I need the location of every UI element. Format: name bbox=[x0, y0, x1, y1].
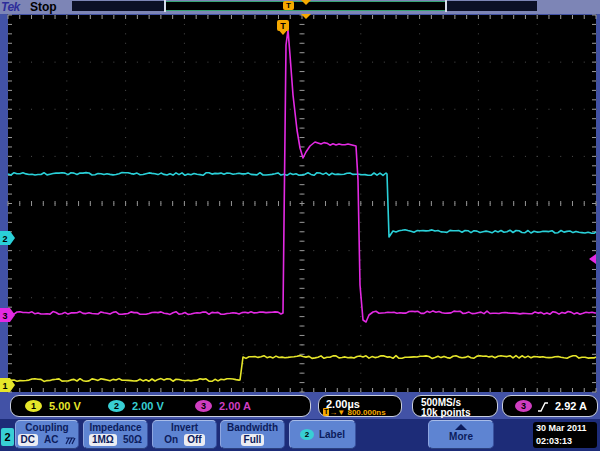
horizontal-readout-box: 2.00µs T→▼ 800.000ns bbox=[318, 395, 402, 417]
ch1-readout: 1 5.00 V bbox=[25, 400, 81, 412]
trigger-delay-readout: T→▼ 800.000ns bbox=[323, 408, 386, 417]
svg-text:2: 2 bbox=[2, 234, 7, 244]
trigger-source-badge: 3 bbox=[515, 400, 532, 412]
bandwidth-full-option[interactable]: Full bbox=[241, 434, 265, 446]
invert-button[interactable]: Invert On Off bbox=[152, 420, 217, 449]
ch1-scale: 5.00 V bbox=[49, 400, 81, 412]
svg-text:T: T bbox=[280, 21, 286, 31]
impedance-50ohm-option[interactable]: 50Ω bbox=[123, 434, 142, 446]
active-channel-indicator: 2 bbox=[1, 428, 14, 446]
record-window-left-bracket bbox=[164, 0, 166, 12]
time-value: 02:03:13 bbox=[536, 435, 597, 448]
svg-text:3: 3 bbox=[2, 311, 7, 321]
tek-logo: Tek bbox=[1, 0, 20, 14]
invert-on-option[interactable]: On bbox=[164, 434, 178, 446]
record-expansion-icon bbox=[301, 0, 311, 5]
more-label: More bbox=[429, 431, 493, 442]
ch3-scale: 2.00 A bbox=[219, 400, 251, 412]
date-value: 30 Mar 2011 bbox=[536, 422, 597, 435]
label-text: Label bbox=[319, 429, 345, 440]
impedance-1mohm-option[interactable]: 1MΩ bbox=[89, 434, 117, 446]
trigger-level-value: 2.92 A bbox=[555, 400, 587, 412]
oscilloscope-screen: Tek Stop T 231T 1 5.00 V 2 2.00 V 3 2.00… bbox=[0, 0, 600, 451]
top-status-bar: Tek Stop T bbox=[0, 0, 600, 14]
invert-title: Invert bbox=[153, 421, 216, 434]
impedance-title: Impedance bbox=[84, 421, 147, 434]
ch2-scale: 2.00 V bbox=[132, 400, 164, 412]
ch2-badge: 2 bbox=[108, 400, 125, 412]
svg-text:1: 1 bbox=[2, 381, 7, 391]
trigger-source: 3 bbox=[515, 400, 532, 412]
record-length: 10k points bbox=[421, 407, 470, 418]
impedance-button[interactable]: Impedance 1MΩ 50Ω bbox=[83, 420, 148, 449]
waveform-display: 231T bbox=[0, 14, 600, 393]
datetime-display: 30 Mar 2011 02:03:13 bbox=[533, 422, 597, 448]
rising-edge-slope-icon bbox=[537, 400, 549, 414]
delay-value: 800.000ns bbox=[347, 408, 385, 417]
more-up-arrow-icon bbox=[455, 424, 467, 430]
ch1-badge: 1 bbox=[25, 400, 42, 412]
coupling-title: Coupling bbox=[16, 421, 78, 434]
delay-arrows-icon: →▼ bbox=[329, 408, 345, 417]
ch2-readout: 2 2.00 V bbox=[108, 400, 164, 412]
ch3-readout: 3 2.00 A bbox=[195, 400, 251, 412]
bandwidth-button[interactable]: Bandwidth Full bbox=[220, 420, 285, 449]
label-channel-badge: 2 bbox=[300, 429, 314, 440]
coupling-button[interactable]: Coupling DC AC bbox=[15, 420, 79, 449]
trigger-readout-box: 3 2.92 A bbox=[502, 395, 598, 417]
channel-readout-box: 1 5.00 V 2 2.00 V 3 2.00 A bbox=[10, 395, 311, 417]
coupling-ac-option[interactable]: AC bbox=[44, 434, 58, 446]
record-trigger-flag[interactable]: T bbox=[283, 1, 294, 10]
ground-icon bbox=[64, 435, 76, 446]
acquisition-status: Stop bbox=[30, 0, 57, 14]
bandwidth-title: Bandwidth bbox=[221, 421, 284, 434]
record-window-right-bracket bbox=[445, 0, 447, 12]
coupling-dc-option[interactable]: DC bbox=[18, 434, 38, 446]
acquisition-readout-box: 500MS/s 10k points bbox=[412, 395, 498, 417]
ch3-badge: 3 bbox=[195, 400, 212, 412]
more-button[interactable]: More bbox=[428, 420, 494, 449]
invert-off-option[interactable]: Off bbox=[184, 434, 204, 446]
label-button[interactable]: 2 Label bbox=[289, 420, 356, 449]
